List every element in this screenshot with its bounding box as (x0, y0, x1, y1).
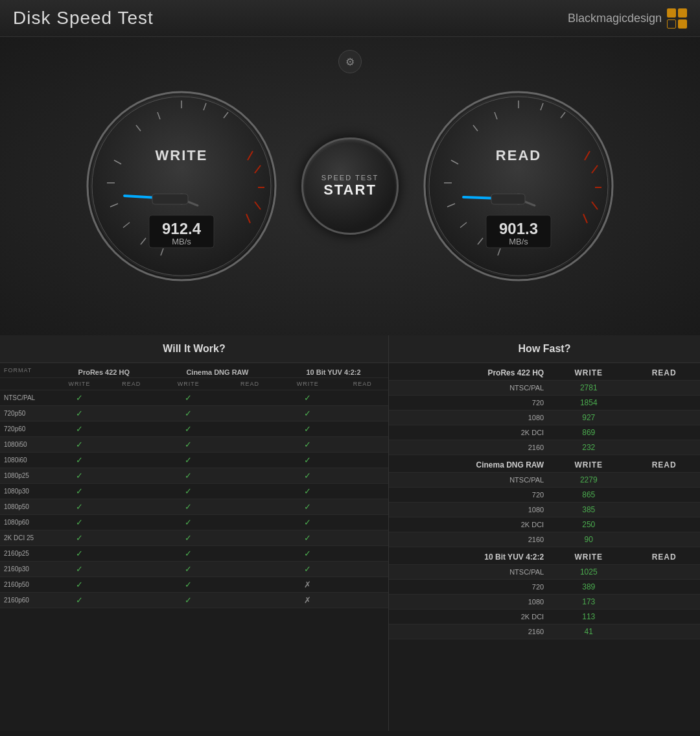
prores-write-cell: ✓ (52, 437, 107, 453)
fast-read-val (628, 503, 700, 517)
format-cell: 2K DCI 25 (0, 530, 52, 546)
table-row: 1080i60 ✓ ✓ ✓ (0, 453, 388, 468)
fast-read-val (628, 580, 700, 595)
svg-rect-52 (491, 194, 525, 204)
cinema-write-cell: ✓ (156, 484, 221, 499)
format-cell: 1080p60 (0, 515, 52, 530)
format-cell: 1080p25 (0, 468, 52, 484)
prores-read-cell (107, 437, 156, 453)
fast-format-cell: 720 (389, 580, 549, 595)
cinema-write-cell: ✓ (156, 390, 221, 406)
format-cell: 1080p30 (0, 484, 52, 499)
svg-rect-24 (152, 194, 188, 204)
fast-data-row: NTSC/PAL 1025 (389, 565, 700, 580)
prores-read-cell (107, 484, 156, 499)
prores-read-cell (107, 390, 156, 406)
prores-write-cell: ✓ (52, 562, 107, 577)
cinema-write-cell: ✓ (156, 530, 221, 546)
fast-write-val: 389 (549, 580, 628, 595)
col-format-header: FORMAT (0, 363, 52, 378)
fast-read-val (628, 473, 700, 488)
fast-read-val (628, 410, 700, 425)
format-blank (0, 378, 52, 390)
format-cell: 1080i50 (0, 437, 52, 453)
read-gauge-container: READ 901.3 MB/s (415, 63, 622, 309)
fast-data-row: 2K DCI 869 (389, 425, 700, 440)
yuv-write-cell: ✓ (279, 437, 336, 453)
cinema-read-cell (221, 421, 279, 437)
how-fast-section: How Fast? ProRes 422 HQ WRITE READ NTSC/… (389, 335, 700, 731)
table-row: 1080p60 ✓ ✓ ✓ (0, 515, 388, 530)
fast-data-row: NTSC/PAL 2781 (389, 381, 700, 396)
fast-data-row: 720 1854 (389, 396, 700, 410)
prores-read-cell (107, 499, 156, 515)
speed-test-label: SPEED TEST (321, 174, 379, 182)
prores-write-header: WRITE (52, 378, 107, 390)
yuv-write-header: WRITE (279, 378, 336, 390)
cinema-read-cell (221, 453, 279, 468)
how-fast-table: ProRes 422 HQ WRITE READ NTSC/PAL 2781 7… (389, 363, 700, 639)
fast-data-row: 2160 232 (389, 440, 700, 455)
yuv-write-cell: ✓ (279, 421, 336, 437)
fast-format-cell: 1080 (389, 503, 549, 517)
logo-area: Blackmagicdesign (568, 8, 687, 29)
cinema-read-cell (221, 530, 279, 546)
fast-format-cell: 1080 (389, 410, 549, 425)
prores-read-cell (107, 562, 156, 577)
fast-format-cell: 720 (389, 396, 549, 410)
format-cell: 2160p60 (0, 593, 52, 608)
fast-group-label: ProRes 422 HQ (389, 363, 549, 381)
svg-text:READ: READ (496, 147, 541, 163)
prores-write-cell: ✓ (52, 593, 107, 608)
yuv-read-cell (336, 468, 388, 484)
prores-read-cell (107, 515, 156, 530)
how-fast-title: How Fast? (389, 335, 700, 363)
start-button-container: SPEED TEST START (285, 137, 415, 235)
format-cell: 2160p50 (0, 577, 52, 593)
fast-format-cell: NTSC/PAL (389, 473, 549, 488)
will-it-work-title: Will It Work? (0, 335, 388, 363)
fast-write-col-header: WRITE (549, 455, 628, 473)
prores-read-cell (107, 546, 156, 562)
cinema-write-cell: ✓ (156, 437, 221, 453)
fast-data-row: 1080 173 (389, 595, 700, 610)
yuv-read-cell (336, 577, 388, 593)
cinema-write-cell: ✓ (156, 577, 221, 593)
svg-text:912.4: 912.4 (162, 220, 202, 237)
fast-write-val: 927 (549, 410, 628, 425)
prores-write-cell: ✓ (52, 499, 107, 515)
fast-group-header-row: Cinema DNG RAW WRITE READ (389, 455, 700, 473)
cinema-read-cell (221, 577, 279, 593)
cinema-group-header: Cinema DNG RAW (156, 363, 279, 378)
yuv-write-cell: ✗ (279, 577, 336, 593)
fast-group-header-row: ProRes 422 HQ WRITE READ (389, 363, 700, 381)
fast-write-val: 2781 (549, 381, 628, 396)
speed-test-start-button[interactable]: SPEED TEST START (301, 137, 399, 235)
cinema-write-cell: ✓ (156, 499, 221, 515)
prores-write-cell: ✓ (52, 406, 107, 421)
app-title: Disk Speed Test (13, 8, 154, 29)
gauges-section: ⚙ (0, 37, 700, 335)
prores-write-cell: ✓ (52, 546, 107, 562)
settings-button[interactable]: ⚙ (338, 50, 362, 73)
fast-data-row: 2160 41 (389, 624, 700, 639)
fast-read-val (628, 565, 700, 580)
cinema-write-cell: ✓ (156, 515, 221, 530)
fast-read-val (628, 488, 700, 503)
format-cell: 720p60 (0, 421, 52, 437)
prores-read-cell (107, 530, 156, 546)
fast-write-val: 250 (549, 517, 628, 532)
data-section: Will It Work? FORMAT ProRes 422 HQ Cinem… (0, 335, 700, 731)
will-it-work-section: Will It Work? FORMAT ProRes 422 HQ Cinem… (0, 335, 389, 731)
yuv-write-cell: ✓ (279, 546, 336, 562)
prores-read-cell (107, 406, 156, 421)
table-row: 2160p30 ✓ ✓ ✓ (0, 562, 388, 577)
fast-write-val: 385 (549, 503, 628, 517)
cinema-write-cell: ✓ (156, 468, 221, 484)
yuv-read-cell (336, 499, 388, 515)
prores-write-cell: ✓ (52, 453, 107, 468)
yuv-read-cell (336, 562, 388, 577)
table-row: 720p50 ✓ ✓ ✓ (0, 406, 388, 421)
fast-write-val: 90 (549, 532, 628, 547)
prores-write-cell: ✓ (52, 515, 107, 530)
